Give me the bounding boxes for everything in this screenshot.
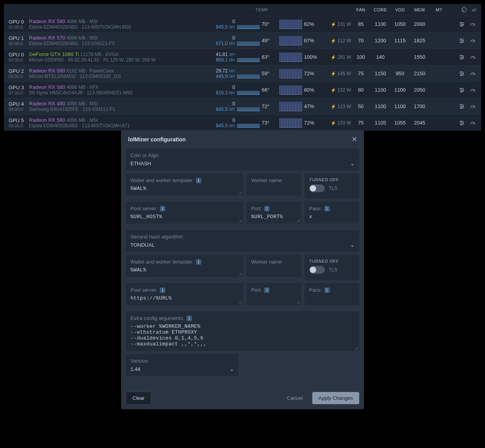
coin-select[interactable]: Coin or Algo: ETHASH ⌄ [126,148,359,170]
gpu-meta: 4096 MB · MSI [67,117,98,123]
cancel-button[interactable]: Cancel [281,392,309,404]
gauge-icon[interactable] [469,21,476,28]
info-icon[interactable]: i [264,206,270,211]
info-icon[interactable]: i [196,259,201,265]
gpu-core: 1105 [371,120,390,126]
gpu-model: Radeon RX 580 [29,84,65,90]
gpu-util: 82% [304,21,326,27]
pass-2[interactable]: Pass:i [304,283,359,305]
gpu-meta: 4096 MB · XFX [67,85,98,90]
header-vdd: VDD [390,7,410,12]
hashrate-secondary: 671.0 MH [210,41,235,46]
gpu-model: Radeon RX 480 [29,101,65,107]
pass-2-value [304,293,359,299]
gpu-fan: 80 [351,87,371,93]
gpu-bus: 07:00.0 [9,90,29,95]
header-mem: MEM [410,7,429,12]
tls-switch-1[interactable] [309,184,325,192]
gpu-power: ⚡ 281 W [326,54,351,60]
info-icon[interactable]: i [324,287,330,293]
header-temp: TEMP [220,7,304,12]
pass-1[interactable]: Pass:i x [304,202,359,224]
gpu-detail: Elpida EDW4032BABG · 113-V34121-F3 [29,41,210,46]
port-1[interactable]: Port:i %URL_PORT% [246,202,301,224]
gpu-bus: 05:00.0 [9,74,29,79]
tls-switch-2[interactable] [309,266,325,274]
gpu-row[interactable]: GPU 0 03:00.0 GeForce GTX 1080 Ti 11178 … [4,49,481,65]
worker-1-value [246,183,301,190]
svg-point-32 [460,88,461,89]
svg-point-40 [462,106,463,107]
gpu-id: GPU 0 [9,19,29,25]
info-icon[interactable]: i [160,206,165,211]
svg-line-49 [473,123,474,125]
sliders-icon[interactable] [458,54,465,61]
header-all-label[interactable]: all [472,8,476,12]
gpu-bus: 09:00.0 [9,123,29,128]
clear-button[interactable]: Clear [126,392,151,405]
extra-args[interactable]: Extra config arguments:i --worker %WORKE… [126,311,359,351]
gpu-mem: 2000 [410,21,429,27]
worker-name-1[interactable]: Worker name: [246,173,301,195]
gpu-temp: 66° [262,87,277,93]
gpu-util: 72% [304,70,326,76]
svg-point-12 [462,40,463,41]
pool-server-2[interactable]: Pool server:i https://%URL% [126,283,243,305]
pool-server-1[interactable]: Pool server:i %URL_HOST% [126,202,243,224]
gpu-row[interactable]: GPU 1 02:00.0 Radeon RX 570 4096 MB · MS… [4,32,481,49]
gauge-icon[interactable] [469,119,476,126]
hashrate-secondary: 445.9 MH [210,74,235,79]
gpu-id: GPU 1 [9,35,29,41]
gauge-icon[interactable] [469,54,476,61]
second-algo-value: TONDUAL [130,242,155,248]
coin-value: ETHASH [130,161,151,166]
gpu-row[interactable]: GPU 5 09:00.0 Radeon RX 580 4096 MB · MS… [4,114,481,131]
gpu-row[interactable]: GPU 3 07:00.0 Radeon RX 580 4096 MB · XF… [4,81,481,98]
apply-changes-button[interactable]: Apply Changes [312,392,359,404]
wallet-template-1[interactable]: Wallet and worker template:i %WAL% [126,173,243,195]
sliders-icon[interactable] [458,119,465,126]
gpu-detail: Samsung K4G41325FE · 113-V34111-F1 [29,107,210,112]
close-icon[interactable]: ✕ [352,135,357,143]
gpu-util: 72% [304,120,326,126]
gauge-icon[interactable] [469,87,476,94]
util-sparkline [279,52,302,62]
gpu-util: 67% [304,38,326,43]
info-icon[interactable]: i [196,178,201,183]
util-sparkline [279,36,302,45]
gpu-row[interactable]: GPU 0 01:00.0 Radeon RX 580 4096 MB · MS… [4,16,481,32]
info-icon[interactable]: i [264,287,270,293]
svg-point-5 [462,23,463,25]
svg-point-25 [460,71,461,72]
temp-sparkline [237,102,260,111]
second-algo-select[interactable]: Second hash algorithm: TONDUAL ⌄ [126,230,359,252]
worker-name-2[interactable]: Worker name: [246,255,301,277]
wallet-template-2[interactable]: Wallet and worker template:i %WAL% [126,255,243,277]
sliders-icon[interactable] [458,21,465,28]
gpu-fan: 100 [351,54,371,60]
version-select[interactable]: Version: 1.44 ⌄ [126,354,239,376]
gauge-icon[interactable] [469,70,476,77]
info-icon[interactable]: i [160,287,165,293]
gpu-bus: 02:00.0 [9,41,29,46]
gauge-icon[interactable] [469,103,476,110]
gauge-icon[interactable] [469,37,476,44]
pool-2-value: https://%URL% [126,293,243,305]
sliders-icon[interactable] [458,37,465,44]
info-icon[interactable]: i [324,206,330,211]
util-sparkline [279,118,302,128]
svg-point-47 [462,122,463,123]
sliders-icon[interactable] [458,103,465,110]
port-2[interactable]: Port:i [246,283,301,305]
sliders-icon[interactable] [458,70,465,77]
gpu-row[interactable]: GPU 4 08:00.0 Radeon RX 480 4096 MB · MS… [4,98,481,114]
gpu-meta: 8192 MB · PowerColor [67,68,114,74]
info-icon[interactable]: i [186,316,192,321]
hashrate-secondary: 845.5 MH [210,107,235,112]
gauge-all-icon[interactable] [461,6,468,13]
svg-point-26 [462,73,463,74]
sliders-icon[interactable] [458,87,465,94]
tls-toggle-2: TURNED OFF TLS [304,255,359,280]
gpu-detail: Elpida EDW4032BABG · 113-MSITV341MH.6G0 [29,24,210,30]
gpu-row[interactable]: GPU 2 05:00.0 Radeon RX 580 8192 MB · Po… [4,65,481,81]
